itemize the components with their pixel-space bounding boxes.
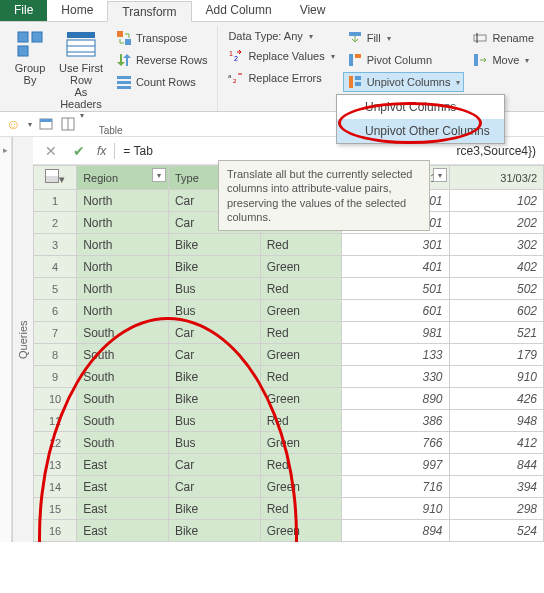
cell-v2[interactable]: 394: [449, 476, 544, 498]
formula-accept-icon[interactable]: ✔: [69, 143, 89, 159]
fx-label[interactable]: fx: [97, 144, 106, 158]
rename-button[interactable]: Rename: [468, 28, 538, 48]
tab-file[interactable]: File: [0, 0, 47, 21]
row-number[interactable]: 13: [34, 454, 77, 476]
row-number[interactable]: 9: [34, 366, 77, 388]
filter-button[interactable]: ▾: [152, 168, 166, 182]
cell-region[interactable]: North: [77, 212, 169, 234]
first-row-headers-button[interactable]: Use First Row As Headers▾: [54, 26, 108, 123]
row-number[interactable]: 1: [34, 190, 77, 212]
qat-icon-2[interactable]: [60, 116, 76, 132]
cell-region[interactable]: North: [77, 190, 169, 212]
fill-button[interactable]: Fill▾: [343, 28, 465, 48]
replace-errors-button[interactable]: a2 Replace Errors: [224, 68, 338, 88]
row-number[interactable]: 11: [34, 410, 77, 432]
tab-view[interactable]: View: [286, 0, 340, 21]
cell-c[interactable]: Red: [260, 278, 341, 300]
table-row[interactable]: 6NorthBusGreen601602: [34, 300, 544, 322]
cell-v2[interactable]: 910: [449, 366, 544, 388]
cell-region[interactable]: South: [77, 322, 169, 344]
formula-text-left[interactable]: = Tab: [123, 144, 152, 158]
table-row[interactable]: 9SouthBikeRed330910: [34, 366, 544, 388]
cell-type[interactable]: Bus: [168, 410, 260, 432]
queries-pane-tab[interactable]: Queries: [12, 137, 33, 542]
cell-region[interactable]: North: [77, 300, 169, 322]
cell-v2[interactable]: 298: [449, 498, 544, 520]
filter-button[interactable]: ▾: [433, 168, 447, 182]
col-date2[interactable]: 31/03/2: [449, 166, 544, 190]
cell-type[interactable]: Bike: [168, 520, 260, 542]
row-number[interactable]: 8: [34, 344, 77, 366]
cell-type[interactable]: Bike: [168, 388, 260, 410]
cell-type[interactable]: Bike: [168, 366, 260, 388]
grid-corner[interactable]: ▾: [34, 166, 77, 190]
cell-c[interactable]: Red: [260, 322, 341, 344]
cell-v2[interactable]: 948: [449, 410, 544, 432]
move-button[interactable]: Move▾: [468, 50, 538, 70]
cell-v1[interactable]: 133: [341, 344, 449, 366]
cell-region[interactable]: North: [77, 278, 169, 300]
table-row[interactable]: 11SouthBusRed386948: [34, 410, 544, 432]
row-number[interactable]: 15: [34, 498, 77, 520]
cell-v1[interactable]: 716: [341, 476, 449, 498]
row-number[interactable]: 5: [34, 278, 77, 300]
cell-type[interactable]: Bus: [168, 300, 260, 322]
row-number[interactable]: 7: [34, 322, 77, 344]
cell-type[interactable]: Car: [168, 476, 260, 498]
cell-region[interactable]: East: [77, 498, 169, 520]
pivot-column-button[interactable]: Pivot Column: [343, 50, 465, 70]
cell-type[interactable]: Bike: [168, 498, 260, 520]
cell-v1[interactable]: 330: [341, 366, 449, 388]
table-row[interactable]: 16EastBikeGreen894524: [34, 520, 544, 542]
formula-cancel-icon[interactable]: ✕: [41, 143, 61, 159]
cell-type[interactable]: Bike: [168, 234, 260, 256]
row-number[interactable]: 3: [34, 234, 77, 256]
unpivot-columns-button[interactable]: Unpivot Columns▾: [343, 72, 465, 92]
cell-v1[interactable]: 910: [341, 498, 449, 520]
cell-v2[interactable]: 402: [449, 256, 544, 278]
cell-c[interactable]: Red: [260, 366, 341, 388]
cell-v2[interactable]: 521: [449, 322, 544, 344]
cell-c[interactable]: Red: [260, 498, 341, 520]
dropdown-unpivot-other-columns[interactable]: Unpivot Other Columns: [337, 119, 504, 143]
cell-region[interactable]: South: [77, 432, 169, 454]
count-rows-button[interactable]: Count Rows: [112, 72, 212, 92]
table-row[interactable]: 14EastCarGreen716394: [34, 476, 544, 498]
cell-region[interactable]: East: [77, 454, 169, 476]
cell-region[interactable]: East: [77, 520, 169, 542]
cell-v1[interactable]: 997: [341, 454, 449, 476]
cell-v1[interactable]: 401: [341, 256, 449, 278]
cell-c[interactable]: Green: [260, 432, 341, 454]
table-row[interactable]: 4NorthBikeGreen401402: [34, 256, 544, 278]
cell-region[interactable]: North: [77, 234, 169, 256]
cell-v2[interactable]: 412: [449, 432, 544, 454]
qat-icon-1[interactable]: [38, 116, 54, 132]
cell-c[interactable]: Green: [260, 256, 341, 278]
table-row[interactable]: 5NorthBusRed501502: [34, 278, 544, 300]
row-number[interactable]: 16: [34, 520, 77, 542]
cell-c[interactable]: Red: [260, 410, 341, 432]
feedback-icon[interactable]: ☺: [6, 116, 20, 132]
cell-region[interactable]: South: [77, 410, 169, 432]
dropdown-unpivot-columns[interactable]: Unpivot Columns: [337, 95, 504, 119]
cell-region[interactable]: South: [77, 388, 169, 410]
cell-v1[interactable]: 501: [341, 278, 449, 300]
cell-v1[interactable]: 766: [341, 432, 449, 454]
cell-type[interactable]: Bus: [168, 278, 260, 300]
cell-v2[interactable]: 602: [449, 300, 544, 322]
cell-c[interactable]: Green: [260, 344, 341, 366]
cell-v1[interactable]: 601: [341, 300, 449, 322]
cell-type[interactable]: Car: [168, 344, 260, 366]
table-row[interactable]: 8SouthCarGreen133179: [34, 344, 544, 366]
cell-v2[interactable]: 844: [449, 454, 544, 476]
row-number[interactable]: 12: [34, 432, 77, 454]
cell-v1[interactable]: 386: [341, 410, 449, 432]
replace-values-button[interactable]: 12 Replace Values▾: [224, 46, 338, 66]
row-number[interactable]: 14: [34, 476, 77, 498]
col-region[interactable]: Region▾: [77, 166, 169, 190]
row-number[interactable]: 4: [34, 256, 77, 278]
cell-c[interactable]: Green: [260, 300, 341, 322]
cell-v1[interactable]: 981: [341, 322, 449, 344]
cell-v2[interactable]: 502: [449, 278, 544, 300]
cell-c[interactable]: Red: [260, 454, 341, 476]
